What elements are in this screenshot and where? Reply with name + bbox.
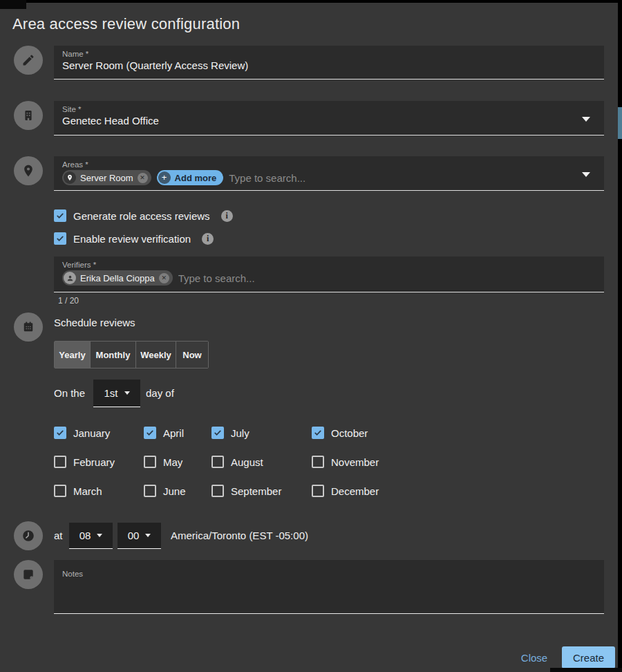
verifier-chip-label: Erika Della Cioppa — [80, 273, 155, 283]
schedule-heading: Schedule reviews — [54, 317, 135, 328]
checkbox-june[interactable] — [144, 485, 156, 497]
minute-select-value: 00 — [128, 530, 140, 541]
name-label: Name * — [62, 50, 596, 58]
enable-review-verification-option: Enable review verification i — [54, 232, 214, 245]
person-icon — [64, 272, 76, 284]
name-field[interactable]: Name * — [54, 46, 604, 80]
verifiers-counter: 1 / 20 — [58, 296, 79, 306]
area-chip-label: Server Room — [80, 173, 133, 183]
month-may: May — [144, 456, 182, 468]
checkbox-april[interactable] — [144, 427, 156, 439]
areas-label: Areas * — [62, 160, 596, 169]
generate-role-reviews-checkbox[interactable] — [54, 209, 66, 222]
schedule-frequency-tabs: Yearly Monthly Weekly Now — [54, 341, 209, 368]
day-select[interactable]: 1st — [93, 380, 140, 407]
location-pin-icon — [14, 156, 43, 185]
tab-weekly[interactable]: Weekly — [136, 342, 176, 368]
checkbox-september[interactable] — [211, 485, 224, 497]
areas-field[interactable]: Areas * Server Room ✕ + Add more — [54, 156, 604, 191]
timezone-text: America/Toronto (EST -05:00) — [171, 523, 308, 549]
checkbox-november[interactable] — [312, 456, 324, 468]
calendar-icon — [14, 312, 43, 342]
checkbox-march[interactable] — [54, 485, 66, 497]
chevron-down-icon — [145, 534, 151, 537]
remove-area-icon[interactable]: ✕ — [138, 173, 148, 183]
background-window-fragment — [618, 107, 622, 139]
generate-role-reviews-option: Generate role access reviews i — [54, 209, 233, 222]
backdrop-notch — [0, 0, 26, 9]
checkbox-december[interactable] — [312, 485, 324, 497]
checkbox-july[interactable] — [211, 427, 224, 439]
area-access-review-dialog: Area access review configuration Name * … — [0, 3, 618, 672]
notes-label: Notes — [62, 570, 83, 578]
notes-field[interactable]: Notes — [54, 560, 604, 614]
dialog-title: Area access review configuration — [12, 15, 240, 33]
enable-review-verification-checkbox[interactable] — [54, 232, 66, 245]
at-text: at — [54, 523, 63, 549]
generate-role-reviews-label: Generate role access reviews — [73, 210, 210, 222]
chevron-down-icon[interactable] — [582, 117, 590, 122]
plus-icon: + — [158, 171, 171, 184]
on-the-text: On the — [54, 380, 85, 407]
add-more-button[interactable]: + Add more — [157, 170, 224, 185]
month-september: September — [211, 485, 281, 497]
note-icon — [14, 560, 43, 589]
month-october: October — [312, 427, 368, 439]
chevron-down-icon[interactable] — [582, 172, 590, 177]
add-more-label: Add more — [175, 173, 217, 183]
month-january: January — [54, 427, 110, 439]
day-of-text: day of — [146, 380, 174, 407]
checkbox-august[interactable] — [211, 456, 224, 468]
verifiers-label: Verifiers * — [62, 261, 596, 269]
verifier-chip[interactable]: Erika Della Cioppa ✕ — [62, 270, 173, 286]
site-value: Genetec Head Office — [62, 115, 159, 127]
checkbox-february[interactable] — [54, 456, 66, 468]
create-button[interactable]: Create — [562, 646, 615, 669]
pin-icon — [64, 171, 76, 184]
clock-icon — [14, 521, 43, 550]
info-icon[interactable]: i — [221, 210, 233, 222]
areas-search-input[interactable] — [229, 172, 563, 184]
enable-review-verification-label: Enable review verification — [73, 233, 191, 245]
checkbox-october[interactable] — [312, 427, 324, 439]
info-icon[interactable]: i — [202, 233, 214, 245]
building-icon — [14, 101, 43, 130]
month-november: November — [312, 456, 379, 468]
verifiers-field[interactable]: Verifiers * Erika Della Cioppa ✕ — [54, 256, 604, 292]
verifiers-search-input[interactable] — [178, 272, 596, 284]
tab-now[interactable]: Now — [176, 342, 208, 368]
month-april: April — [144, 427, 184, 439]
tab-yearly[interactable]: Yearly — [55, 342, 91, 368]
screen: Area access review configuration Name * … — [0, 0, 622, 672]
chevron-down-icon — [124, 391, 130, 395]
hour-select-value: 08 — [79, 530, 91, 541]
chevron-down-icon — [97, 534, 102, 537]
month-august: August — [211, 456, 263, 468]
remove-verifier-icon[interactable]: ✕ — [159, 273, 169, 283]
minute-select[interactable]: 00 — [117, 523, 161, 549]
area-chip[interactable]: Server Room ✕ — [62, 170, 151, 185]
month-march: March — [54, 485, 102, 497]
checkbox-january[interactable] — [54, 427, 66, 439]
month-december: December — [312, 485, 379, 497]
checkbox-may[interactable] — [144, 456, 156, 468]
site-field[interactable]: Site * Genetec Head Office — [54, 101, 604, 136]
name-input[interactable] — [62, 59, 596, 71]
month-july: July — [211, 427, 249, 439]
pencil-icon — [14, 46, 43, 75]
close-button[interactable]: Close — [512, 646, 556, 669]
day-select-value: 1st — [104, 387, 117, 399]
site-label: Site * — [62, 105, 596, 113]
backdrop-notch — [550, 668, 622, 672]
hour-select[interactable]: 08 — [69, 523, 113, 549]
tab-monthly[interactable]: Monthly — [91, 342, 136, 368]
month-june: June — [144, 485, 186, 497]
month-february: February — [54, 456, 115, 468]
